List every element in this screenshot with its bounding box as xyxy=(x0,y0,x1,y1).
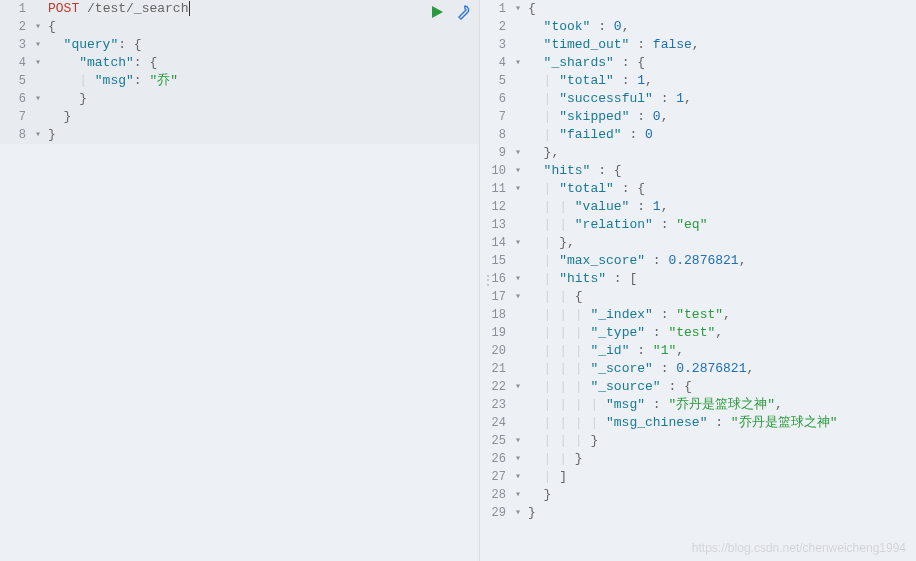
line-content: | "msg": "乔" xyxy=(44,72,479,90)
line-number: 2 xyxy=(0,18,32,36)
fold-toggle[interactable]: ▾ xyxy=(32,36,44,54)
fold-toggle xyxy=(512,90,524,108)
fold-toggle[interactable]: ▾ xyxy=(512,162,524,180)
fold-toggle xyxy=(512,252,524,270)
code-line[interactable]: 8▾} xyxy=(0,126,479,144)
code-line[interactable]: 4▾ "match": { xyxy=(0,54,479,72)
fold-toggle[interactable]: ▾ xyxy=(32,54,44,72)
line-content: | | | "_score" : 0.2876821, xyxy=(524,360,916,378)
line-content: | | | | "msg" : "乔丹是篮球之神", xyxy=(524,396,916,414)
line-number: 22 xyxy=(480,378,512,396)
code-line[interactable]: 5 | "msg": "乔" xyxy=(0,72,479,90)
line-content: | | "value" : 1, xyxy=(524,198,916,216)
code-line[interactable]: 17▾ | | { xyxy=(480,288,916,306)
code-line[interactable]: 1POST /test/_search xyxy=(0,0,479,18)
code-line[interactable]: 2 "took" : 0, xyxy=(480,18,916,36)
code-line[interactable]: 4▾ "_shards" : { xyxy=(480,54,916,72)
fold-toggle[interactable]: ▾ xyxy=(512,486,524,504)
code-line[interactable]: 12 | | "value" : 1, xyxy=(480,198,916,216)
fold-toggle xyxy=(512,198,524,216)
fold-toggle[interactable]: ▾ xyxy=(512,468,524,486)
code-line[interactable]: 7 } xyxy=(0,108,479,126)
line-content: | "total" : { xyxy=(524,180,916,198)
code-line[interactable]: 27▾ | ] xyxy=(480,468,916,486)
code-line[interactable]: 13 | | "relation" : "eq" xyxy=(480,216,916,234)
line-content: | "failed" : 0 xyxy=(524,126,916,144)
fold-toggle[interactable]: ▾ xyxy=(512,450,524,468)
toolbar xyxy=(429,4,471,24)
fold-toggle xyxy=(512,216,524,234)
line-number: 19 xyxy=(480,324,512,342)
code-line[interactable]: 20 | | | "_id" : "1", xyxy=(480,342,916,360)
request-pane: 1POST /test/_search2▾{3▾ "query": {4▾ "m… xyxy=(0,0,480,561)
line-content: | | | "_type" : "test", xyxy=(524,324,916,342)
code-line[interactable]: 19 | | | "_type" : "test", xyxy=(480,324,916,342)
fold-toggle[interactable]: ▾ xyxy=(512,0,524,18)
code-line[interactable]: 15 | "max_score" : 0.2876821, xyxy=(480,252,916,270)
fold-toggle[interactable]: ▾ xyxy=(512,504,524,522)
line-number: 25 xyxy=(480,432,512,450)
text-cursor xyxy=(189,1,190,16)
line-content: | | } xyxy=(524,450,916,468)
line-content: } xyxy=(524,486,916,504)
code-line[interactable]: 8 | "failed" : 0 xyxy=(480,126,916,144)
fold-toggle[interactable]: ▾ xyxy=(32,126,44,144)
code-line[interactable]: 1▾{ xyxy=(480,0,916,18)
line-content: }, xyxy=(524,144,916,162)
code-line[interactable]: 3 "timed_out" : false, xyxy=(480,36,916,54)
code-line[interactable]: 2▾{ xyxy=(0,18,479,36)
line-content: | ] xyxy=(524,468,916,486)
line-content: | | | "_source" : { xyxy=(524,378,916,396)
wrench-icon[interactable] xyxy=(455,4,471,24)
run-icon[interactable] xyxy=(429,4,445,24)
fold-toggle[interactable]: ▾ xyxy=(512,234,524,252)
fold-toggle[interactable]: ▾ xyxy=(512,144,524,162)
line-content: | "hits" : [ xyxy=(524,270,916,288)
code-line[interactable]: 7 | "skipped" : 0, xyxy=(480,108,916,126)
line-number: 7 xyxy=(0,108,32,126)
code-line[interactable]: 24 | | | | "msg_chinese" : "乔丹是篮球之神" xyxy=(480,414,916,432)
fold-toggle[interactable]: ▾ xyxy=(512,432,524,450)
code-line[interactable]: 25▾ | | | } xyxy=(480,432,916,450)
code-line[interactable]: 10▾ "hits" : { xyxy=(480,162,916,180)
fold-toggle[interactable]: ▾ xyxy=(512,180,524,198)
fold-toggle[interactable]: ▾ xyxy=(512,54,524,72)
line-content: "took" : 0, xyxy=(524,18,916,36)
line-content: POST /test/_search xyxy=(44,0,479,18)
line-number: 5 xyxy=(480,72,512,90)
code-line[interactable]: 6▾ } xyxy=(0,90,479,108)
line-content: | }, xyxy=(524,234,916,252)
code-line[interactable]: 11▾ | "total" : { xyxy=(480,180,916,198)
code-line[interactable]: 5 | "total" : 1, xyxy=(480,72,916,90)
line-number: 21 xyxy=(480,360,512,378)
line-content: | "total" : 1, xyxy=(524,72,916,90)
fold-toggle[interactable]: ▾ xyxy=(32,90,44,108)
code-line[interactable]: 9▾ }, xyxy=(480,144,916,162)
code-line[interactable]: 21 | | | "_score" : 0.2876821, xyxy=(480,360,916,378)
code-line[interactable]: 14▾ | }, xyxy=(480,234,916,252)
fold-toggle[interactable]: ▾ xyxy=(512,288,524,306)
line-number: 27 xyxy=(480,468,512,486)
code-line[interactable]: 6 | "successful" : 1, xyxy=(480,90,916,108)
code-line[interactable]: 23 | | | | "msg" : "乔丹是篮球之神", xyxy=(480,396,916,414)
code-line[interactable]: 26▾ | | } xyxy=(480,450,916,468)
line-content: "timed_out" : false, xyxy=(524,36,916,54)
code-line[interactable]: 3▾ "query": { xyxy=(0,36,479,54)
line-content: "match": { xyxy=(44,54,479,72)
request-editor[interactable]: 1POST /test/_search2▾{3▾ "query": {4▾ "m… xyxy=(0,0,479,144)
code-line[interactable]: 28▾ } xyxy=(480,486,916,504)
line-number: 8 xyxy=(0,126,32,144)
line-content: | "skipped" : 0, xyxy=(524,108,916,126)
line-number: 24 xyxy=(480,414,512,432)
fold-toggle xyxy=(512,324,524,342)
fold-toggle[interactable]: ▾ xyxy=(32,18,44,36)
fold-toggle[interactable]: ▾ xyxy=(512,378,524,396)
code-line[interactable]: 22▾ | | | "_source" : { xyxy=(480,378,916,396)
fold-toggle[interactable]: ▾ xyxy=(512,270,524,288)
line-number: 7 xyxy=(480,108,512,126)
code-line[interactable]: 29▾} xyxy=(480,504,916,522)
line-content: } xyxy=(44,108,479,126)
code-line[interactable]: 16▾ | "hits" : [ xyxy=(480,270,916,288)
code-line[interactable]: 18 | | | "_index" : "test", xyxy=(480,306,916,324)
fold-toggle xyxy=(512,72,524,90)
